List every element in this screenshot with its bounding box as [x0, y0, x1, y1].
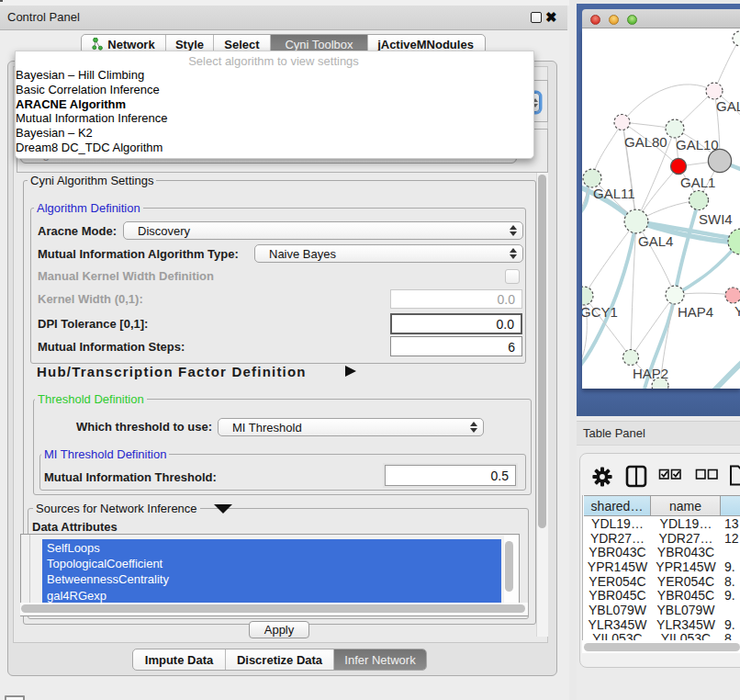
svg-text:GCY1: GCY1: [582, 304, 618, 320]
svg-text:GAL1: GAL1: [680, 175, 715, 190]
svg-text:GAL80: GAL80: [624, 134, 667, 150]
svg-text:HAP2: HAP2: [633, 366, 668, 381]
svg-text:Y: Y: [734, 303, 740, 319]
svg-text:HAP4: HAP4: [678, 304, 713, 320]
svg-text:GAL10: GAL10: [676, 137, 719, 152]
svg-text:GAL4: GAL4: [638, 233, 673, 249]
svg-text:GAL11: GAL11: [593, 186, 635, 201]
svg-text:SWI4: SWI4: [699, 211, 733, 227]
svg-text:GAL2: GAL2: [716, 98, 740, 114]
